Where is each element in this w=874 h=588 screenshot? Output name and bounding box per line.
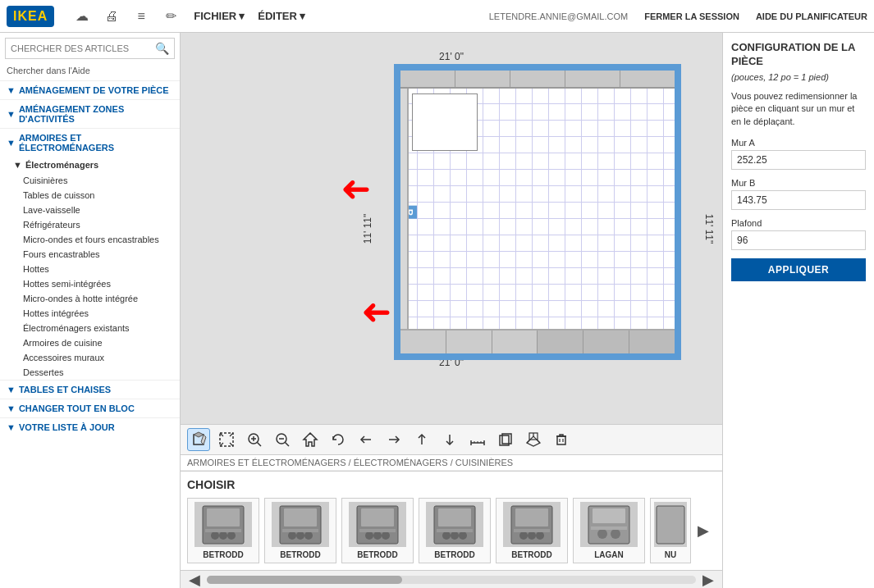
sidebar-item-dessertes[interactable]: Dessertes xyxy=(0,365,180,380)
cabinet-unit xyxy=(492,330,538,353)
sidebar-item-micro-ondes-hotte[interactable]: Micro-ondes à hotte intégrée xyxy=(0,291,180,306)
scroll-right-button[interactable]: ▶ xyxy=(694,522,712,540)
3d-box-button[interactable] xyxy=(187,428,210,451)
svg-rect-39 xyxy=(282,529,318,532)
measure-button[interactable] xyxy=(466,428,489,451)
svg-point-30 xyxy=(211,531,219,540)
mur-b-input[interactable] xyxy=(731,190,866,210)
sidebar-section-amenagement-piece[interactable]: ▼ AMÉNAGEMENT DE VOTRE PIÈCE xyxy=(0,80,180,99)
arrow-left-button[interactable] xyxy=(355,428,378,451)
sidebar-subsection-electromenagers[interactable]: ▼ Électroménagers xyxy=(0,157,180,173)
menu-editer[interactable]: ÉDITER ▾ xyxy=(258,10,305,22)
svg-point-36 xyxy=(288,531,296,540)
cabinet-unit xyxy=(538,330,583,353)
sidebar-section-amenagement-zones[interactable]: ▼ AMÉNAGEMENT ZONES D'ACTIVITÉS xyxy=(0,99,180,128)
sidebar-section-armoires-electro[interactable]: ▼ ARMOIRES ET ÉLECTROMÉNAGERS xyxy=(0,128,180,157)
svg-rect-59 xyxy=(593,508,625,523)
arrow-right-button[interactable] xyxy=(382,428,405,451)
product-image xyxy=(349,502,406,547)
sidebar-item-micro-ondes-fours[interactable]: Micro-ondes et fours encastrables xyxy=(0,232,180,247)
mur-a-input[interactable] xyxy=(731,150,866,170)
sidebar-item-tables-cuisson[interactable]: Tables de cuisson xyxy=(0,188,180,203)
menu-fichier[interactable]: FICHIER ▾ xyxy=(194,10,245,22)
bottom-panel-title: CHOISIR xyxy=(187,478,716,491)
sidebar-item-hottes[interactable]: Hottes xyxy=(0,262,180,276)
logout-button[interactable]: FERMER LA SESSION xyxy=(644,11,739,21)
sidebar-section-votre-liste[interactable]: ▼ VOTRE LISTE À JOUR xyxy=(0,417,180,436)
help-button[interactable]: AIDE DU PLANIFICATEUR xyxy=(756,11,867,21)
svg-line-10 xyxy=(286,443,290,447)
sidebar-item-fours-encastrables[interactable]: Fours encastrables xyxy=(0,247,180,262)
copy-button[interactable] xyxy=(494,428,517,451)
search-input[interactable] xyxy=(11,43,155,53)
svg-rect-62 xyxy=(591,526,627,530)
right-panel-desc: Vous pouvez redimensionner la pièce en c… xyxy=(731,90,866,128)
pencil-icon[interactable]: ✏ xyxy=(159,5,182,28)
sidebar-item-refrigerateurs[interactable]: Réfrigérateurs xyxy=(0,217,180,232)
cabinet-unit xyxy=(583,330,629,353)
apply-button[interactable]: APPLIQUER xyxy=(731,258,866,281)
svg-point-42 xyxy=(365,531,373,540)
scroll-right-arrow[interactable]: ▶ xyxy=(699,571,717,589)
svg-rect-53 xyxy=(515,508,548,526)
product-card-betrodd-3[interactable]: BETRODD xyxy=(341,498,414,563)
product-card-betrodd-2[interactable]: BETRODD xyxy=(264,498,336,563)
svg-marker-1 xyxy=(194,432,204,437)
cloud-icon[interactable]: ☁ xyxy=(71,5,94,28)
sidebar-item-hottes-semi[interactable]: Hottes semi-intégrées xyxy=(0,276,180,291)
scroll-track[interactable] xyxy=(207,576,696,584)
product-card-nu[interactable]: NU xyxy=(650,498,691,563)
furniture-item[interactable] xyxy=(412,93,478,151)
print-icon[interactable]: 🖨 xyxy=(100,5,123,28)
cabinet-unit xyxy=(400,330,446,353)
svg-point-44 xyxy=(382,531,390,540)
svg-point-55 xyxy=(528,531,536,540)
svg-point-32 xyxy=(227,531,236,540)
product-card-betrodd-5[interactable]: BETRODD xyxy=(496,498,568,563)
list-icon[interactable]: ≡ xyxy=(130,5,153,28)
sidebar-help[interactable]: Chercher dans l'Aide xyxy=(0,64,180,80)
sidebar-item-hottes-integrees[interactable]: Hottes intégrées xyxy=(0,306,180,321)
sidebar-item-lave-vaisselle[interactable]: Lave-vaisselle xyxy=(0,203,180,217)
view-3d-button[interactable] xyxy=(522,428,545,451)
svg-point-37 xyxy=(296,531,304,540)
sidebar-item-electromenagers-existants[interactable]: Électroménagers existants xyxy=(0,321,180,335)
zoom-in-button[interactable] xyxy=(243,428,266,451)
product-card-lagan[interactable]: LAGAN xyxy=(573,498,645,563)
rotate-ccw-button[interactable] xyxy=(327,428,350,451)
toolbar xyxy=(181,424,722,455)
arrow-down-button[interactable] xyxy=(438,428,461,451)
product-image xyxy=(654,502,687,547)
svg-point-38 xyxy=(304,531,313,540)
delete-button[interactable] xyxy=(550,428,573,451)
home-button[interactable] xyxy=(299,428,322,451)
bottom-panel: CHOISIR BETRODD BETRODD xyxy=(181,471,722,570)
dim-top: 21' 0" xyxy=(439,51,464,62)
mur-b-label: Mur B xyxy=(731,178,866,188)
sidebar-section-tables-chaises[interactable]: ▼ TABLES ET CHAISES xyxy=(0,380,180,399)
sidebar-item-cuisinieres[interactable]: Cuisinières xyxy=(0,173,180,188)
arrow-up-button[interactable] xyxy=(410,428,433,451)
plafond-input[interactable] xyxy=(731,230,866,250)
zoom-fit-button[interactable] xyxy=(215,428,238,451)
svg-point-60 xyxy=(597,529,607,539)
sidebar-section-changer-bloc[interactable]: ▼ CHANGER TOUT EN BLOC xyxy=(0,399,180,417)
product-image xyxy=(272,502,329,547)
product-card-betrodd-1[interactable]: BETRODD xyxy=(187,498,259,563)
scroll-thumb[interactable] xyxy=(207,576,402,584)
search-box[interactable]: 🔍 xyxy=(5,38,175,59)
sidebar-item-armoires-cuisine[interactable]: Armoires de cuisine xyxy=(0,335,180,350)
svg-point-56 xyxy=(536,531,544,540)
user-email: LETENDRE.ANNIE@GMAIL.COM xyxy=(489,11,628,21)
room-grid[interactable]: A B xyxy=(394,64,681,360)
canvas-area[interactable]: 21' 0" 21' 0" 11' 11" 11' 11" A B xyxy=(181,33,722,424)
cabinet-unit xyxy=(455,71,510,87)
sidebar-item-accessoires-muraux[interactable]: Accessoires muraux xyxy=(0,350,180,365)
scroll-left-arrow[interactable]: ◀ xyxy=(185,571,204,589)
chevron-down-icon: ▼ xyxy=(7,109,16,119)
zoom-out-button[interactable] xyxy=(271,428,294,451)
product-card-betrodd-4[interactable]: BETRODD xyxy=(419,498,491,563)
svg-point-49 xyxy=(451,531,459,540)
breadcrumb: ARMOIRES ET ÉLECTROMÉNAGERS / ÉLECTROMÉN… xyxy=(181,455,722,471)
product-grid: BETRODD BETRODD BETRODD xyxy=(187,498,691,563)
